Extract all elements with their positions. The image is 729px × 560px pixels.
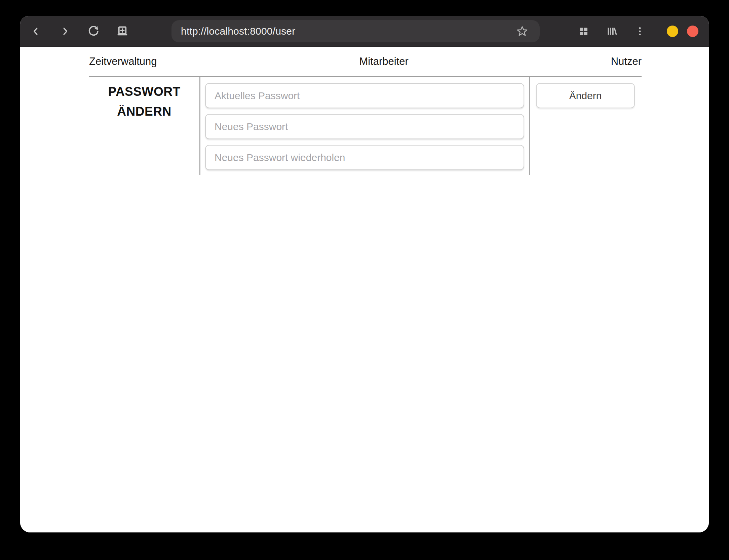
menu-button[interactable]	[632, 23, 648, 39]
section-heading: PASSWORT ÄNDERN	[89, 82, 199, 121]
reload-icon	[87, 25, 100, 38]
screen: http://localhost:8000/user	[0, 0, 729, 560]
form-column	[199, 77, 530, 175]
url-text[interactable]: http://localhost:8000/user	[181, 26, 295, 37]
section-heading-line2: ÄNDERN	[89, 102, 199, 121]
nav-item-mitarbeiter[interactable]: Mitarbeiter	[359, 55, 408, 68]
kebab-menu-icon	[635, 26, 645, 36]
nav-item-nutzer[interactable]: Nutzer	[611, 55, 642, 68]
back-button[interactable]	[28, 23, 44, 39]
change-password-button[interactable]: Ändern	[536, 83, 635, 108]
url-bar[interactable]: http://localhost:8000/user	[171, 20, 540, 42]
apps-grid-icon	[578, 26, 588, 36]
save-page-icon	[116, 25, 129, 38]
current-password-input[interactable]	[205, 83, 524, 108]
forward-icon	[59, 26, 71, 37]
new-password-input[interactable]	[205, 114, 524, 139]
password-change-section: PASSWORT ÄNDERN Ändern	[89, 76, 642, 175]
page-content: Zeitverwaltung Mitarbeiter Nutzer PASSWO…	[20, 47, 709, 532]
library-icon	[606, 25, 618, 37]
browser-window: http://localhost:8000/user	[20, 16, 709, 532]
action-column: Ändern	[530, 77, 642, 175]
bookmark-button[interactable]	[515, 24, 530, 39]
section-heading-line1: PASSWORT	[89, 82, 199, 102]
site-navigation: Zeitverwaltung Mitarbeiter Nutzer	[20, 47, 709, 76]
browser-toolbar: http://localhost:8000/user	[20, 16, 709, 47]
reload-button[interactable]	[85, 23, 102, 39]
close-window-button[interactable]	[687, 26, 698, 37]
forward-button[interactable]	[57, 23, 73, 39]
bookmark-star-icon	[516, 25, 528, 37]
minimize-window-button[interactable]	[667, 26, 678, 37]
back-icon	[30, 26, 42, 37]
save-page-button[interactable]	[114, 23, 130, 39]
nav-item-zeitverwaltung[interactable]: Zeitverwaltung	[89, 55, 157, 68]
library-button[interactable]	[604, 23, 620, 39]
heading-column: PASSWORT ÄNDERN	[89, 77, 199, 175]
repeat-new-password-input[interactable]	[205, 145, 524, 170]
apps-grid-button[interactable]	[575, 23, 591, 39]
